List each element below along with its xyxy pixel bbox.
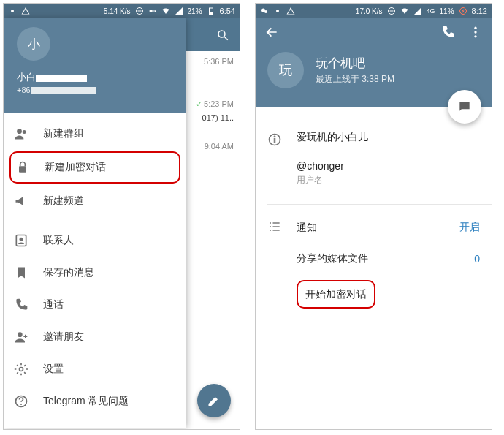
media-label: 分享的媒体文件 [297, 252, 368, 264]
battery-percent: 11% [440, 7, 454, 15]
warning-icon [286, 7, 295, 15]
drawer-item-label: 新建群组 [43, 127, 84, 140]
profile-header: 玩 玩个机吧 最近上线于 3:38 PM [256, 18, 492, 107]
bio-text: 爱玩机的小白儿 [297, 131, 480, 144]
signal-icon [175, 7, 183, 15]
more-button[interactable] [468, 25, 483, 42]
bio-row[interactable]: 爱玩机的小白儿 [267, 121, 480, 160]
message-fab[interactable] [448, 90, 481, 124]
drawer-item-new-secret-chat[interactable]: 新建加密对话 [9, 151, 180, 184]
back-button[interactable] [264, 25, 279, 42]
drawer-item-label: 通话 [43, 298, 64, 311]
call-button[interactable] [440, 25, 455, 42]
status-bar: 17.0 K/s 4G 11% 8:12 [256, 4, 492, 18]
drawer-item-invite[interactable]: 邀请朋友 [4, 321, 186, 353]
drawer-item-saved[interactable]: 保存的消息 [4, 257, 186, 289]
notifications-row[interactable]: 通知 开启 [267, 211, 480, 244]
wifi-icon [400, 7, 409, 15]
status-bar: 5.14 K/s 21% 6:54 [4, 4, 240, 18]
lock-icon [15, 160, 30, 175]
drawer-item-settings[interactable]: 设置 [4, 353, 186, 385]
phone-icon [14, 298, 28, 312]
drawer-item-calls[interactable]: 通话 [4, 289, 186, 321]
battery-percent: 21% [188, 7, 202, 15]
warning-icon [21, 7, 30, 15]
profile-last-seen: 最近上线于 3:38 PM [316, 73, 394, 86]
svg-point-11 [23, 130, 26, 134]
username-label: 用户名 [297, 174, 480, 186]
clock-time: 6:54 [220, 7, 235, 15]
start-secret-chat-row[interactable]: 开始加密对话 [267, 273, 480, 316]
drawer-item-label: 设置 [43, 363, 64, 376]
svg-rect-2 [137, 11, 141, 12]
svg-point-27 [474, 35, 476, 37]
settings-section: 通知 开启 分享的媒体文件 0 开始加密对话 [256, 206, 492, 319]
user-avatar[interactable]: 小 [17, 27, 50, 61]
username-value: @chonger [297, 160, 480, 172]
chat-list-background: 5:36 PM ✓5:23 PM 017) 11.. 9:04 AM [186, 18, 240, 428]
svg-rect-7 [209, 12, 213, 15]
chat-time: 5:36 PM [188, 57, 234, 66]
notif-indicator-icon [273, 7, 282, 15]
chat-row[interactable]: 5:36 PM [186, 51, 240, 94]
drawer-item-faq[interactable]: Telegram 常见问题 [4, 385, 186, 417]
chat-row[interactable]: 9:04 AM [186, 136, 240, 178]
arrow-left-icon [264, 25, 279, 39]
drawer-item-label: 新建频道 [43, 194, 84, 208]
notif-value: 开启 [459, 221, 480, 234]
battery-charging-icon [459, 7, 467, 15]
toolbar [256, 18, 492, 49]
drawer-item-label: 联系人 [43, 234, 74, 247]
more-vert-icon [468, 25, 483, 39]
shared-media-row[interactable]: 分享的媒体文件 0 [267, 244, 480, 273]
chat-time: 9:04 AM [188, 142, 234, 151]
drawer-item-contacts[interactable]: 联系人 [4, 224, 186, 257]
drawer-item-label: 新建加密对话 [45, 161, 106, 174]
bookmark-icon [14, 265, 28, 280]
username-row[interactable]: @chonger 用户名 [267, 160, 480, 197]
divider [267, 204, 492, 205]
drawer-item-new-channel[interactable]: 新建频道 [4, 185, 186, 217]
invite-icon [14, 330, 28, 344]
pencil-icon [207, 393, 221, 408]
list-icon [267, 219, 282, 234]
profile-avatar[interactable]: 玩 [267, 52, 304, 88]
nav-drawer: 小 小白 +86 新建群组 新建加密对话 新建频道 联系人 [4, 18, 186, 428]
svg-rect-29 [274, 138, 275, 143]
drawer-item-label: Telegram 常见问题 [43, 395, 129, 408]
phone-icon [440, 25, 455, 39]
svg-point-15 [18, 332, 23, 337]
net-speed: 5.14 K/s [104, 7, 131, 15]
chat-time: 5:23 PM [204, 99, 234, 108]
drawer-header[interactable]: 小 小白 +86 [4, 18, 186, 113]
svg-point-0 [11, 10, 14, 12]
chat-row[interactable]: ✓5:23 PM 017) 11.. [186, 94, 240, 136]
svg-point-26 [474, 31, 476, 33]
secret-chat-label: 开始加密对话 [305, 288, 367, 300]
user-phone: +86 [17, 86, 173, 94]
svg-point-18 [20, 404, 22, 405]
megaphone-icon [14, 194, 28, 208]
group-icon [14, 126, 28, 141]
svg-rect-23 [389, 11, 393, 12]
search-icon[interactable] [216, 29, 229, 42]
svg-point-14 [20, 238, 23, 241]
svg-rect-5 [155, 11, 156, 13]
svg-line-9 [224, 37, 228, 40]
net-speed: 17.0 K/s [356, 7, 383, 15]
chat-header [186, 18, 240, 51]
signal-icon [413, 7, 422, 15]
svg-point-25 [474, 27, 476, 29]
svg-point-3 [149, 10, 152, 12]
svg-point-20 [264, 10, 267, 13]
drawer-item-label: 邀请朋友 [43, 330, 84, 344]
battery-icon [207, 7, 215, 15]
check-icon: ✓ [196, 99, 202, 108]
drawer-item-new-group[interactable]: 新建群组 [4, 118, 186, 150]
help-icon [14, 394, 28, 409]
user-name: 小白 [17, 71, 173, 84]
compose-fab[interactable] [197, 384, 231, 417]
contacts-icon [14, 233, 28, 248]
drawer-item-label: 保存的消息 [43, 266, 94, 279]
svg-rect-12 [19, 166, 26, 172]
